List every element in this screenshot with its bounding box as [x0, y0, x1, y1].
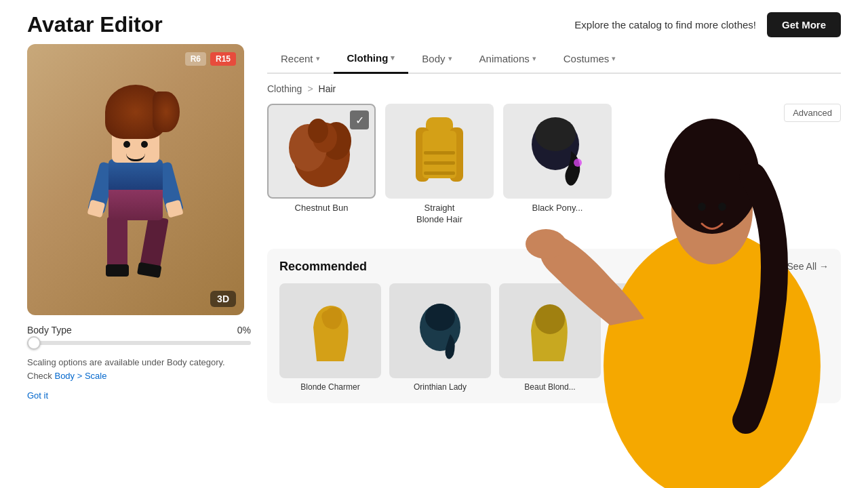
tab-recent[interactable]: Recent ▾	[267, 44, 334, 73]
tabs-bar: Recent ▾ Clothing ▾ Body ▾ Animations ▾ …	[267, 44, 841, 74]
svg-rect-10	[424, 161, 455, 165]
hair-chestnut-svg	[288, 114, 355, 188]
rec-item-img-orinthian	[389, 283, 491, 378]
hair-item-straight-blonde[interactable]: StraightBlonde Hair	[385, 104, 494, 226]
hair-black-svg	[527, 114, 588, 188]
hair-item-name-blonde: StraightBlonde Hair	[385, 203, 494, 226]
tab-animations[interactable]: Animations ▾	[466, 44, 550, 73]
tab-body[interactable]: Body ▾	[408, 44, 465, 73]
svg-point-14	[574, 159, 582, 167]
tab-costumes-chevron: ▾	[612, 54, 616, 63]
breadcrumb-separator: >	[307, 83, 313, 94]
body-type-row: Body Type 0%	[27, 325, 251, 336]
breadcrumb-current: Hair	[319, 83, 336, 94]
svg-point-13	[535, 117, 576, 151]
hair-item-img-chestnut: ✓	[267, 104, 376, 199]
rec-item-img-rock-star	[609, 283, 711, 378]
recommended-section: Recommended See All → Blonde Charmer	[267, 249, 841, 404]
body-type-slider-track[interactable]	[27, 341, 251, 345]
scaling-note: Scaling options are available under Body…	[27, 356, 251, 382]
got-it-button[interactable]: Got it	[27, 390, 48, 401]
tab-clothing[interactable]: Clothing ▾	[334, 44, 409, 74]
svg-rect-9	[424, 151, 455, 155]
hair-blonde-svg	[409, 114, 470, 188]
get-more-button[interactable]: Get More	[767, 12, 841, 37]
hair-item-img-black	[503, 104, 612, 199]
avatar-eyes	[123, 141, 148, 148]
rec-item-img-beauty	[499, 283, 601, 378]
rec-item-name-beauty: Beaut Blond...	[499, 382, 601, 393]
svg-point-4	[308, 119, 328, 143]
svg-point-18	[646, 306, 673, 336]
roblox-character	[81, 92, 190, 281]
svg-point-17	[535, 304, 565, 334]
body-type-section: Body Type 0%	[27, 325, 251, 345]
rec-items-row: Blonde Charmer Orinthian Lady	[279, 283, 829, 393]
rec-item-name-rock-star: ck Star th Side	[609, 382, 711, 393]
tab-clothing-chevron: ▾	[391, 54, 395, 62]
rec-item-img-blonde-charmer	[279, 283, 381, 378]
svg-rect-11	[424, 171, 455, 175]
body-type-percent: 0%	[237, 325, 251, 336]
badge-r6[interactable]: R6	[185, 52, 206, 66]
avatar-smile	[126, 153, 145, 161]
avatar-eye-right	[141, 141, 148, 148]
items-grid: ✓ Chestnut Bun	[267, 104, 612, 226]
hair-item-name-black: Black Pony...	[503, 203, 612, 214]
app-title: Avatar Editor	[27, 12, 163, 37]
avatar-shoe-left	[106, 264, 129, 277]
explore-text: Explore the catalog to find more clothes…	[574, 19, 756, 30]
rec-svg-rock-star	[633, 300, 687, 361]
badge-r15[interactable]: R15	[210, 52, 236, 66]
rec-item-blonde-charmer[interactable]: Blonde Charmer	[279, 283, 381, 393]
avatar-canvas: R6 R15	[27, 44, 244, 315]
hair-item-chestnut-bun[interactable]: ✓ Chestnut Bun	[267, 104, 376, 226]
rec-item-beauty-blonde[interactable]: Beaut Blond...	[499, 283, 601, 393]
content-panel: Recent ▾ Clothing ▾ Body ▾ Animations ▾ …	[267, 44, 841, 471]
tab-recent-chevron: ▾	[316, 54, 320, 63]
avatar-face	[112, 129, 159, 173]
filter-bar: Advanced	[784, 104, 841, 122]
header: Avatar Editor Explore the catalog to fin…	[0, 0, 868, 44]
hair-item-name-chestnut: Chestnut Bun	[267, 203, 376, 214]
main-layout: R6 R15	[0, 44, 868, 471]
breadcrumb: Clothing > Hair	[267, 83, 841, 94]
avatar-eye-left	[123, 141, 130, 148]
tab-body-chevron: ▾	[448, 54, 452, 63]
hair-item-black-ponytail[interactable]: Black Pony...	[503, 104, 612, 226]
rec-item-name-orinthian: Orinthian Lady	[389, 382, 491, 393]
badge-3d[interactable]: 3D	[210, 291, 236, 307]
advanced-filter-button[interactable]: Advanced	[784, 104, 841, 122]
avatar-hand-left	[87, 199, 105, 218]
svg-point-16	[425, 304, 455, 331]
avatar-badges: R6 R15	[185, 52, 236, 66]
tab-costumes[interactable]: Costumes ▾	[550, 44, 630, 73]
rec-item-orinthian-lady[interactable]: Orinthian Lady	[389, 283, 491, 393]
avatar-leg-right	[139, 216, 168, 272]
tab-animations-label: Animations	[479, 53, 530, 64]
rec-item-name-blonde-charmer: Blonde Charmer	[279, 382, 381, 393]
body-type-label: Body Type	[27, 325, 72, 336]
see-all-link[interactable]: See All →	[787, 261, 829, 272]
breadcrumb-parent[interactable]: Clothing	[267, 83, 302, 94]
body-type-slider-thumb[interactable]	[27, 336, 41, 350]
body-scale-link[interactable]: Body > Scale	[54, 371, 106, 381]
avatar-shoe-right	[137, 262, 162, 279]
avatar-hand-right	[165, 200, 184, 218]
rec-item-rock-star[interactable]: ck Star th Side	[609, 283, 711, 393]
rec-svg-beauty	[523, 300, 577, 361]
items-area: ✓ Chestnut Bun	[267, 104, 841, 242]
hair-item-img-blonde	[385, 104, 494, 199]
recommended-title: Recommended	[279, 260, 367, 274]
selected-checkmark: ✓	[350, 110, 369, 129]
recommended-header: Recommended See All →	[279, 260, 829, 274]
rec-svg-orinthian	[413, 300, 467, 361]
tab-animations-chevron: ▾	[532, 54, 536, 63]
header-right: Explore the catalog to find more clothes…	[574, 12, 841, 37]
avatar-leg-left	[107, 217, 127, 271]
avatar-panel: R6 R15	[27, 44, 251, 471]
rec-svg-blonde-charmer	[303, 300, 357, 361]
